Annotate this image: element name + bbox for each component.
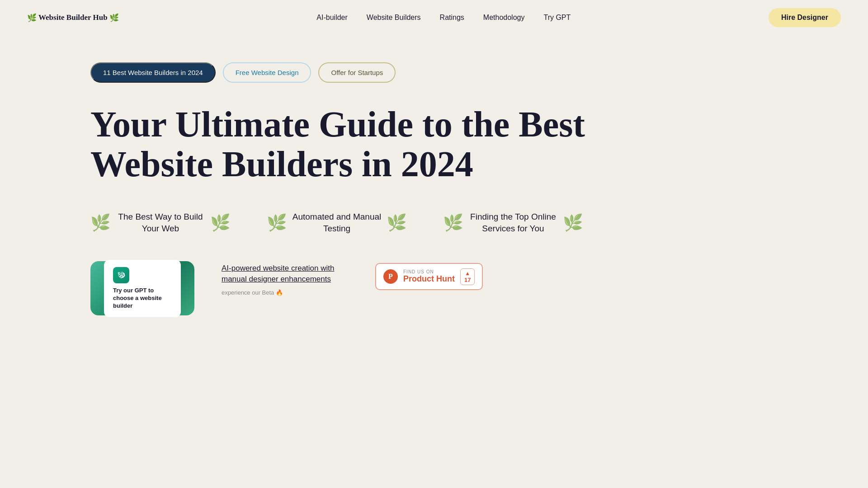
features-row: 🌿 The Best Way to Build Your Web 🌿 🌿 Aut… [90,211,778,234]
gpt-card[interactable]: Try our GPT to choose a website builder [90,261,194,315]
vote-arrow-icon: ▲ [465,270,470,277]
nav-links: AI-builder Website Builders Ratings Meth… [316,14,571,22]
laurel-right-3: 🌿 [563,213,583,232]
ai-description: AI-powered website creation with manual … [222,261,348,296]
laurel-right-1: 🌿 [210,213,231,232]
product-hunt-name: Product Hunt [403,274,455,284]
heading-line2: Website Builders in 2024 [90,144,473,184]
hero-badges: 11 Best Website Builders in 2024 Free We… [90,62,778,83]
gpt-card-label: Try our GPT to choose a website builder [113,287,172,310]
nav-ratings[interactable]: Ratings [440,14,464,22]
bottom-row: Try our GPT to choose a website builder … [90,261,778,315]
logo-laurel-right: 🌿 [109,13,119,23]
heading-line1: Your Ultimate Guide to the Best [90,104,585,144]
feature-text-2: Automated and Manual Testing [292,211,382,234]
product-hunt-badge[interactable]: P FIND US ON Product Hunt ▲ 17 [375,263,483,290]
product-hunt-find-text: FIND US ON [403,269,455,274]
main-heading: Your Ultimate Guide to the Best Website … [90,104,588,184]
badge-offer-startups[interactable]: Offer for Startups [318,62,396,83]
logo-text: Website Builder Hub [38,13,108,22]
product-hunt-vote: ▲ 17 [460,268,475,285]
hire-designer-button[interactable]: Hire Designer [769,8,841,27]
feature-item-3: 🌿 Finding the Top Online Services for Yo… [443,211,583,234]
feature-text-3: Finding the Top Online Services for You [468,211,558,234]
product-hunt-logo: P [383,269,398,284]
badge-free-design[interactable]: Free Website Design [223,62,311,83]
ai-desc-main-text[interactable]: AI-powered website creation with manual … [222,263,348,285]
logo-laurel-left: 🌿 [27,13,37,23]
nav-ai-builder[interactable]: AI-builder [316,14,347,22]
nav-try-gpt[interactable]: Try GPT [543,14,571,22]
laurel-left-3: 🌿 [443,213,463,232]
feature-item-1: 🌿 The Best Way to Build Your Web 🌿 [90,211,231,234]
laurel-left-2: 🌿 [267,213,287,232]
vote-count: 17 [464,277,471,283]
hero-section: 11 Best Website Builders in 2024 Free We… [0,35,868,315]
nav-website-builders[interactable]: Website Builders [367,14,421,22]
gpt-icon [113,267,129,283]
fire-icon: 🔥 [276,289,283,296]
laurel-left-1: 🌿 [90,213,111,232]
feature-item-2: 🌿 Automated and Manual Testing 🌿 [267,211,407,234]
nav-methodology[interactable]: Methodology [483,14,525,22]
feature-text-1: The Best Way to Build Your Web [115,211,206,234]
ai-desc-sub-text: experience our Beta 🔥 [222,289,348,296]
gpt-card-inner: Try our GPT to choose a website builder [104,260,181,317]
badge-best-builders[interactable]: 11 Best Website Builders in 2024 [90,62,216,83]
laurel-right-2: 🌿 [387,213,407,232]
product-hunt-text: FIND US ON Product Hunt [403,269,455,284]
logo[interactable]: 🌿 Website Builder Hub 🌿 [27,13,119,23]
